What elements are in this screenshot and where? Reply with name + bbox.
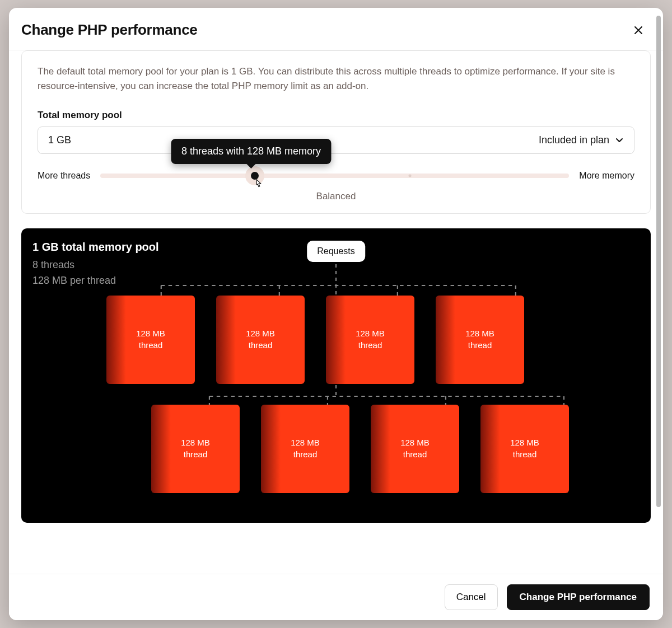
thread-label: thread <box>139 340 163 351</box>
slider-tick <box>408 174 411 177</box>
thread-row-2: 128 MBthread 128 MBthread 128 MBthread 1… <box>151 405 569 493</box>
thread-label: thread <box>468 340 492 351</box>
memory-pool-plan-note: Included in plan <box>539 134 609 146</box>
confirm-button[interactable]: Change PHP performance <box>507 584 650 610</box>
slider-right-label: More memory <box>579 171 634 181</box>
requests-pill: Requests <box>307 241 365 262</box>
modal-change-php-performance: Change PHP performance The default total… <box>9 8 663 620</box>
cancel-button[interactable]: Cancel <box>445 584 498 610</box>
thread-size: 128 MB <box>246 328 275 339</box>
slider-left-label: More threads <box>38 171 90 181</box>
thread-card: 128 MBthread <box>371 405 459 493</box>
modal-title: Change PHP performance <box>21 21 198 39</box>
thread-label: thread <box>403 449 427 460</box>
thread-label: thread <box>293 449 318 460</box>
slider-tooltip: 8 threads with 128 MB memory <box>171 139 331 164</box>
slider-balanced-label: Balanced <box>38 191 634 202</box>
memory-pool-label: Total memory pool <box>38 110 634 121</box>
memory-pool-value: 1 GB <box>48 134 71 146</box>
thread-size: 128 MB <box>510 437 539 448</box>
scrollbar[interactable] <box>656 16 661 507</box>
thread-card: 128 MBthread <box>106 296 195 384</box>
thread-card: 128 MBthread <box>151 405 240 493</box>
thread-label: thread <box>513 449 537 460</box>
viz-per-thread-line: 128 MB per thread <box>32 273 640 289</box>
modal-header: Change PHP performance <box>9 8 663 50</box>
chevron-down-icon <box>615 135 624 144</box>
thread-size: 128 MB <box>465 328 494 339</box>
modal-footer: Cancel Change PHP performance <box>9 574 663 620</box>
thread-row-1: 128 MBthread 128 MBthread 128 MBthread 1… <box>106 296 524 384</box>
thread-card: 128 MBthread <box>216 296 305 384</box>
visualization-panel: 1 GB total memory pool 8 threads 128 MB … <box>21 228 651 523</box>
slider-thumb[interactable]: 8 threads with 128 MB memory <box>245 166 264 185</box>
settings-card: The default total memory pool for your p… <box>21 50 651 214</box>
thread-card: 128 MBthread <box>480 405 569 493</box>
thread-size: 128 MB <box>136 328 165 339</box>
close-icon <box>634 26 643 35</box>
thread-size: 128 MB <box>356 328 385 339</box>
thread-label: thread <box>358 340 382 351</box>
thread-label: thread <box>249 340 273 351</box>
thread-size: 128 MB <box>400 437 430 448</box>
modal-body: The default total memory pool for your p… <box>9 50 663 574</box>
thread-card: 128 MBthread <box>261 405 349 493</box>
thread-size: 128 MB <box>291 437 320 448</box>
thread-label: thread <box>184 449 208 460</box>
close-button[interactable] <box>631 22 646 38</box>
description-text: The default total memory pool for your p… <box>38 64 634 94</box>
memory-pool-select[interactable]: 1 GB Included in plan <box>38 126 634 154</box>
slider-row: More threads 8 threads with 128 MB memor… <box>38 171 634 181</box>
thread-memory-slider[interactable]: 8 threads with 128 MB memory <box>100 174 569 178</box>
thread-card: 128 MBthread <box>436 296 524 384</box>
thread-card: 128 MBthread <box>326 296 414 384</box>
thread-size: 128 MB <box>181 437 210 448</box>
